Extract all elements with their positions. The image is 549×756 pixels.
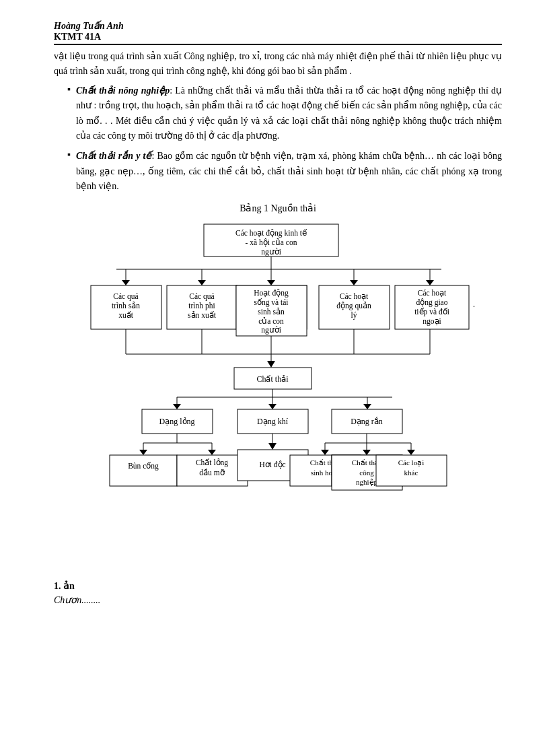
svg-marker-59 [173,404,181,409]
svg-text:người: người [261,326,281,335]
svg-text:Dạng khí: Dạng khí [257,417,289,426]
svg-text:Dạng lỏng: Dạng lỏng [159,417,195,426]
svg-marker-11 [267,280,275,285]
chapter-line: Chươn........ [54,594,502,606]
diagram-svg: Các hoạt động kinh tế - xã hội của con n… [56,221,500,578]
svg-text:Các loại: Các loại [398,458,424,467]
footer-label: ản [63,581,75,591]
svg-text:Các quá: Các quá [113,292,138,301]
svg-text:lý: lý [351,311,357,320]
svg-text:khác: khác [404,469,418,477]
svg-text:của con: của con [258,317,284,325]
svg-marker-61 [268,404,277,409]
svg-text:động quản: động quản [336,302,371,310]
svg-text:Hoạt động: Hoạt động [254,289,289,298]
svg-text:Các hoạt: Các hoạt [418,289,447,298]
svg-marker-15 [426,280,434,285]
svg-text:trình sản: trình sản [112,302,140,310]
bullet-text-1: Chất thải nông nghiệp: Là những chất thả… [76,83,502,144]
svg-text:dầu mỡ: dầu mỡ [199,469,225,477]
svg-text:động giao: động giao [416,298,448,307]
page-header: Hoàng Tuấn Anh KTMT 41A [54,20,502,45]
svg-text:nghiệp: nghiệp [356,478,378,487]
bullet-section-1: ▪ Chất thải nông nghiệp: Là những chất t… [54,83,502,144]
svg-text:Dạng rắn: Dạng rắn [351,417,383,426]
svg-marker-53 [267,361,275,368]
bullet-icon-1: ▪ [67,84,71,95]
bullet-section-2: ▪ Chất thải rắn y tế: Bao gồm các nguồn … [54,149,502,194]
svg-marker-7 [122,280,130,285]
class-name: KTMT 41A [54,32,502,42]
svg-text:sản xuất: sản xuất [188,311,217,319]
svg-marker-75 [208,450,216,455]
svg-marker-73 [139,450,147,455]
paragraph-1: vật liệu trong quá trình sản xuất Công n… [54,49,502,79]
svg-text:- xã hội của con: - xã hội của con [246,238,297,247]
bullet-icon-2: ▪ [67,149,71,160]
svg-text:xuất: xuất [118,311,134,319]
svg-text:công: công [359,469,374,477]
svg-marker-88 [321,450,329,455]
svg-text:sống và tái: sống và tái [254,298,288,307]
chapter-label: Chươn........ [54,595,100,605]
svg-text:Các hoạt động kinh tế: Các hoạt động kinh tế [235,229,307,238]
svg-marker-63 [363,404,371,409]
svg-text:ngoại: ngoại [423,317,441,326]
svg-text:.: . [473,300,475,309]
svg-marker-92 [407,450,415,455]
author-name: Hoàng Tuấn Anh [54,20,502,32]
svg-text:Bùn cống: Bùn cống [128,462,159,471]
svg-text:trình phi: trình phi [188,302,215,310]
svg-rect-76 [110,455,177,486]
svg-marker-13 [350,280,358,285]
diagram-title: Bảng 1 Nguồn thải [54,203,502,214]
bullet-title-1: Chất thải nông nghiệp [76,85,170,96]
footer-number: 1. [54,581,61,591]
svg-text:sinh sản: sinh sản [258,308,285,316]
svg-marker-9 [198,280,206,285]
svg-text:Các hoạt: Các hoạt [340,292,369,301]
svg-text:Chất thải: Chất thải [256,374,289,384]
svg-marker-82 [268,443,277,450]
svg-text:Các quá: Các quá [189,292,214,301]
svg-text:Hơi độc: Hơi độc [259,460,285,469]
svg-marker-90 [363,450,371,455]
svg-text:tiếp và đối: tiếp và đối [414,308,449,316]
diagram-wrapper: Các hoạt động kinh tế - xã hội của con n… [54,221,502,578]
footer-section: 1. ản [54,580,502,592]
bullet-title-2: Chất thải rắn y tế [76,151,151,161]
bullet-text-2: Chất thải rắn y tế: Bao gồm các nguồn từ… [76,149,502,194]
svg-text:người: người [261,248,281,256]
svg-text:Chất lỏng: Chất lỏng [196,458,228,467]
